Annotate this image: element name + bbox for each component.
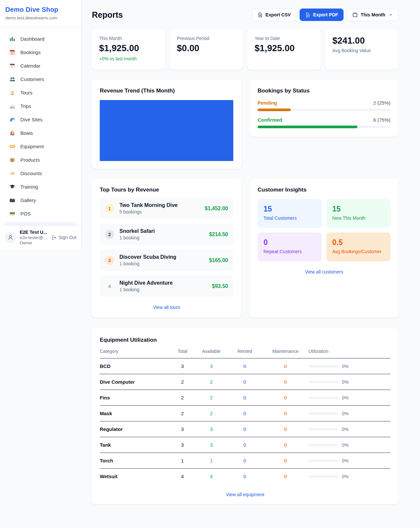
sidebar-header: Demo Dive Shop demo.test.divestreams.com — [0, 0, 81, 27]
sidebar-item-equipment[interactable]: Equipment — [4, 140, 77, 153]
utilization-percent: 0% — [342, 379, 348, 385]
stat-delta: +0% vs last month — [99, 56, 158, 61]
camera-icon — [9, 197, 15, 203]
revenue-trend-title: Revenue Trend (This Month) — [100, 88, 233, 94]
equipment-available: 1 — [196, 453, 227, 469]
top-tours-title: Top Tours by Revenue — [100, 187, 233, 193]
equipment-available: 2 — [196, 374, 227, 390]
equipment-utilization: 0% — [308, 422, 390, 437]
rank-badge: 3 — [105, 256, 114, 265]
equipment-available: 3 — [196, 437, 227, 453]
export-pdf-button[interactable]: Export PDF — [300, 9, 344, 21]
wave-icon — [9, 116, 15, 123]
customer-insights-card: Customer Insights 15 Total Customers 15 … — [250, 179, 398, 318]
equipment-total: 3 — [169, 421, 196, 437]
person-icon — [7, 234, 14, 241]
sidebar-item-boats[interactable]: Boats — [4, 127, 77, 139]
equipment-total: 3 — [169, 437, 196, 453]
tour-row[interactable]: 1 Two Tank Morning Dive 5 bookings $1,45… — [100, 198, 233, 219]
equipment-category: Dive Computer — [100, 374, 169, 390]
revenue-trend-chart — [100, 100, 233, 161]
utilization-bar-track — [308, 412, 338, 415]
utilization-percent: 0% — [342, 458, 348, 463]
period-dropdown[interactable]: This Month — [347, 9, 398, 21]
shop-name: Demo Dive Shop — [5, 6, 76, 13]
sidebar-item-customers[interactable]: Customers — [4, 73, 77, 86]
utilization-percent: 0% — [342, 474, 348, 479]
tile-value: 0.5 — [332, 238, 385, 247]
view-all-tours-link[interactable]: View all tours — [100, 305, 233, 310]
utilization-bar-track — [308, 396, 338, 399]
stat-value: $1,925.00 — [99, 43, 158, 53]
tour-row[interactable]: 2 Snorkel Safari 1 booking $214.50 — [100, 224, 233, 245]
sidebar-item-discounts[interactable]: Discounts — [4, 167, 77, 180]
equipment-total: 2 — [169, 406, 196, 421]
stat-value: $0.00 — [177, 43, 236, 53]
column-header-category: Category — [100, 343, 169, 358]
utilization-bar-track — [308, 428, 338, 431]
equipment-category: Regulator — [100, 421, 169, 437]
sidebar-nav: Dashboard 17 Bookings Calendar Customers… — [0, 27, 81, 225]
stat-card-year-to-date: Year to Date $1,925.00 — [247, 30, 321, 70]
equipment-utilization: 0% — [308, 469, 390, 484]
sign-out-button[interactable]: Sign Out — [51, 235, 76, 240]
equipment-category: Fins — [100, 390, 169, 406]
svg-text:17: 17 — [11, 52, 14, 54]
calendar-date-icon: 17 — [9, 49, 15, 55]
sidebar-item-dive-sites[interactable]: Dive Sites — [4, 113, 77, 126]
view-all-customers-link[interactable]: View all customers — [258, 269, 390, 274]
sidebar-item-calendar[interactable]: Calendar — [4, 59, 77, 72]
sidebar-item-label: Calendar — [20, 63, 40, 69]
status-label: Pending — [258, 100, 277, 106]
tour-amount: $214.50 — [209, 232, 228, 237]
sidebar-item-training[interactable]: Training — [4, 180, 77, 193]
equipment-utilization: 0% — [308, 390, 390, 406]
sidebar-item-pos[interactable]: POS — [4, 207, 77, 220]
graduation-cap-icon — [9, 184, 15, 190]
equipment-category: Torch — [100, 453, 169, 469]
equipment-rented: 0 — [227, 390, 262, 406]
shop-domain: demo.test.divestreams.com — [5, 15, 76, 20]
avatar — [5, 232, 16, 243]
stat-value: $1,925.00 — [255, 43, 313, 53]
status-label: Confirmed — [258, 117, 282, 123]
equipment-rented: 0 — [227, 406, 262, 421]
sidebar: Demo Dive Shop demo.test.divestreams.com… — [0, 0, 81, 250]
equipment-rented: 0 — [227, 437, 262, 453]
sidebar-item-trips[interactable]: Trips — [4, 100, 77, 112]
sidebar-item-tours[interactable]: Tours — [4, 86, 77, 99]
tour-amount: $1,452.00 — [205, 206, 228, 212]
main-content: Reports Export CSV Export PDF This Month… — [81, 0, 398, 518]
sidebar-item-products[interactable]: Products — [4, 153, 77, 166]
tour-amount: $165.00 — [209, 257, 228, 263]
tour-amount: $93.50 — [212, 283, 228, 289]
utilization-bar-track — [308, 365, 338, 368]
sidebar-item-dashboard[interactable]: Dashboard — [4, 32, 77, 45]
tile-value: 15 — [332, 205, 385, 213]
equipment-table: Category Total Available Rented Maintena… — [100, 343, 390, 484]
bar-chart-icon — [9, 36, 15, 42]
tour-bookings: 1 booking — [119, 261, 204, 266]
sidebar-item-gallery[interactable]: Gallery — [4, 194, 77, 207]
equipment-maintenance: 0 — [262, 390, 308, 406]
column-header-rented: Rented — [227, 343, 262, 358]
export-csv-button[interactable]: Export CSV — [252, 9, 296, 21]
equipment-total: 1 — [169, 453, 196, 469]
equipment-available: 2 — [196, 406, 227, 421]
tag-icon — [9, 170, 15, 176]
tour-row[interactable]: 4 Night Dive Adventure 1 booking $93.50 — [100, 275, 233, 297]
stat-label: This Month — [99, 36, 158, 41]
view-all-equipment-link[interactable]: View all equipment — [100, 492, 390, 497]
sidebar-item-bookings[interactable]: 17 Bookings — [4, 46, 77, 59]
equipment-category: Tank — [100, 437, 169, 453]
tile-label: Avg Bookings/Customer — [332, 249, 385, 254]
tour-row[interactable]: 3 Discover Scuba Diving 1 booking $165.0… — [100, 250, 233, 271]
sidebar-item-label: Tours — [20, 90, 32, 95]
tour-name: Night Dive Adventure — [119, 280, 207, 286]
equipment-rented: 0 — [227, 421, 262, 437]
insight-tile-repeat-customers: 0 Repeat Customers — [258, 233, 322, 261]
sidebar-item-label: Dive Sites — [20, 117, 43, 122]
equipment-utilization: 0% — [308, 375, 390, 390]
sidebar-item-reports-partial[interactable] — [4, 222, 77, 225]
equipment-maintenance: 0 — [262, 406, 308, 421]
